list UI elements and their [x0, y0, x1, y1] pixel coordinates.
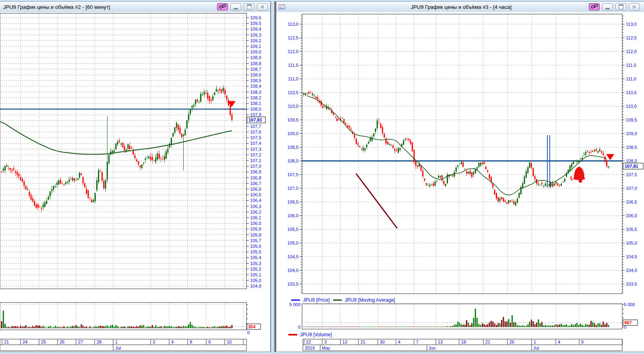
chart-window-4h: JPU9 График цены и объёма #3 - [4 часа] …: [274, 1, 644, 352]
titlebar-buttons: ✕: [217, 3, 270, 10]
restore-icon: [247, 4, 252, 9]
chart-area-60min[interactable]: [0, 12, 270, 352]
restore-icon: [619, 4, 623, 9]
chain-link-icon: [591, 4, 598, 10]
link-button[interactable]: [217, 3, 228, 10]
chart-window-60min: JPU9 График цены и объёма #2 - [60 минут…: [0, 1, 271, 352]
window-title: JPU9 График цены и объёма #2 - [60 минут…: [3, 4, 110, 10]
minimize-button[interactable]: [602, 3, 613, 10]
window-title: JPU9 График цены и объёма #3 - [4 часа]: [411, 4, 511, 10]
minimize-icon: [605, 8, 610, 9]
close-icon: ✕: [260, 4, 265, 10]
restore-button[interactable]: [615, 3, 626, 10]
titlebar-buttons: ✕: [589, 3, 644, 10]
titlebar-4h[interactable]: JPU9 График цены и объёма #3 - [4 часа] …: [276, 2, 644, 12]
close-button[interactable]: ✕: [629, 3, 640, 10]
close-button[interactable]: ✕: [257, 3, 268, 10]
link-button[interactable]: [589, 3, 600, 10]
titlebar-60min[interactable]: JPU9 График цены и объёма #2 - [60 минут…: [0, 2, 270, 12]
chart-area-4h[interactable]: [276, 12, 644, 352]
chart-window-icon: [279, 4, 285, 10]
minimize-button[interactable]: [230, 3, 241, 10]
restore-button[interactable]: [244, 3, 255, 10]
chain-link-icon: [219, 4, 226, 10]
close-icon: ✕: [632, 4, 636, 10]
minimize-icon: [234, 8, 238, 9]
